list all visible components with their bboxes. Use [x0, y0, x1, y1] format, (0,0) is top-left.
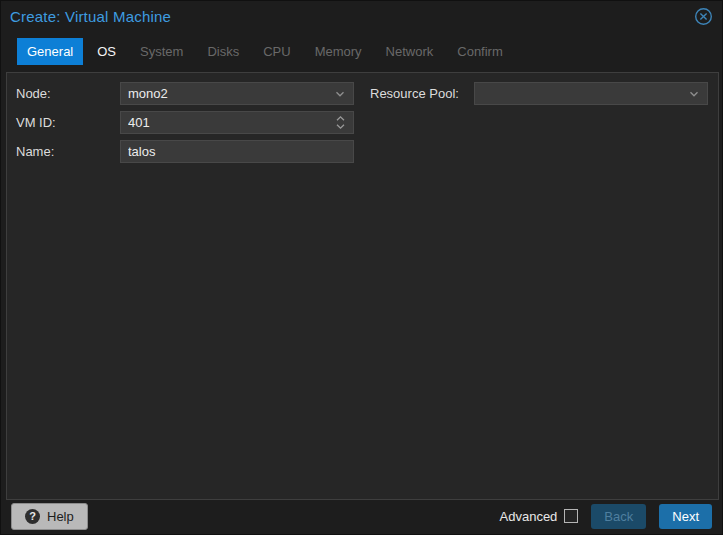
tab-network: Network	[376, 38, 444, 65]
tab-disks: Disks	[197, 38, 249, 65]
tab-os[interactable]: OS	[87, 38, 126, 65]
next-button[interactable]: Next	[659, 504, 712, 529]
advanced-label: Advanced	[500, 509, 558, 524]
node-combo[interactable]: mono2	[120, 82, 354, 105]
chevron-down-icon[interactable]	[334, 88, 346, 100]
tab-memory: Memory	[305, 38, 372, 65]
wizard-tab-bar: General OS System Disks CPU Memory Netwo…	[17, 38, 513, 65]
name-label: Name:	[16, 144, 120, 159]
node-row: Node: mono2	[16, 82, 354, 105]
help-button[interactable]: ? Help	[11, 503, 88, 530]
name-input[interactable]	[128, 144, 346, 159]
dialog-titlebar: Create: Virtual Machine	[1, 1, 722, 31]
name-field[interactable]	[120, 140, 354, 163]
help-button-label: Help	[47, 509, 74, 524]
dialog-footer: ? Help Advanced Back Next	[1, 498, 722, 534]
form-column-right: Resource Pool:	[370, 82, 708, 111]
question-circle-icon: ?	[25, 509, 40, 524]
vmid-label: VM ID:	[16, 115, 120, 130]
back-button: Back	[591, 504, 646, 529]
dialog-title: Create: Virtual Machine	[10, 8, 171, 25]
vmid-row: VM ID:	[16, 111, 354, 134]
tab-confirm: Confirm	[447, 38, 513, 65]
create-vm-dialog: Create: Virtual Machine General OS Syste…	[0, 0, 723, 535]
resource-pool-row: Resource Pool:	[370, 82, 708, 105]
chevron-down-icon[interactable]	[688, 88, 700, 100]
node-label: Node:	[16, 86, 120, 101]
form-column-left: Node: mono2 VM ID:	[16, 82, 354, 169]
tab-system: System	[130, 38, 193, 65]
resource-pool-combo[interactable]	[474, 82, 708, 105]
vmid-field[interactable]	[120, 111, 354, 134]
node-value: mono2	[128, 86, 334, 101]
resource-pool-label: Resource Pool:	[370, 86, 474, 101]
general-tab-panel: Node: mono2 VM ID:	[6, 72, 719, 500]
name-row: Name:	[16, 140, 354, 163]
footer-actions: Advanced Back Next	[500, 504, 712, 529]
advanced-checkbox[interactable]	[564, 509, 578, 523]
tab-cpu: CPU	[253, 38, 300, 65]
close-icon[interactable]	[694, 7, 713, 26]
vmid-input[interactable]	[128, 115, 335, 130]
spinner-up-down-icon[interactable]	[335, 114, 346, 131]
tab-general[interactable]: General	[17, 38, 83, 65]
